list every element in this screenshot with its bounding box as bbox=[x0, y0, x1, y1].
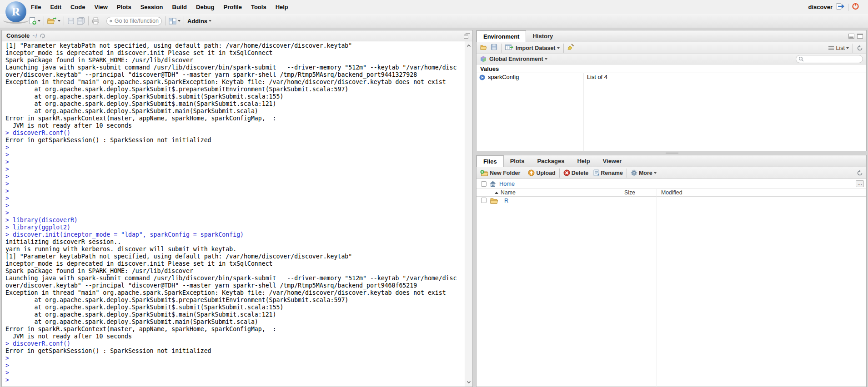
object-name: sparkConfig bbox=[488, 74, 519, 80]
column-header-name[interactable]: Name bbox=[501, 189, 516, 196]
session-cluster: discover bbox=[808, 0, 859, 14]
environment-scope-dropdown[interactable]: Global Environment bbox=[489, 56, 547, 62]
console-line: Spark package found in SPARK_HOME: /usr/… bbox=[5, 57, 464, 64]
new-file-caret bbox=[38, 20, 40, 22]
maximize-pane-icon[interactable] bbox=[857, 34, 863, 39]
console-tab-label[interactable]: Console bbox=[6, 32, 30, 39]
menu-view[interactable]: View bbox=[90, 4, 112, 10]
delete-button[interactable]: Delete bbox=[563, 169, 589, 176]
import-dataset-button[interactable]: Import Dataset bbox=[516, 45, 560, 51]
new-file-button[interactable] bbox=[29, 17, 40, 25]
session-user-label: discover bbox=[808, 4, 833, 10]
console-line: > discoverR.conf() bbox=[5, 340, 464, 347]
upload-button[interactable]: Upload bbox=[528, 169, 555, 176]
console-line: JVM is not ready after 10 seconds bbox=[5, 122, 464, 129]
list-view-button[interactable]: List bbox=[836, 45, 849, 51]
environment-tab-environment[interactable]: Environment bbox=[477, 30, 526, 42]
upload-icon bbox=[528, 169, 535, 176]
addins-button[interactable]: Addins bbox=[187, 18, 211, 25]
menu-edit[interactable]: Edit bbox=[45, 4, 66, 10]
console-line: Exception in thread "main" org.apache.sp… bbox=[5, 79, 464, 86]
pane-resize-grip[interactable] bbox=[666, 152, 678, 154]
panes-layout-button[interactable] bbox=[169, 18, 181, 25]
breadcrumb-more-button[interactable]: … bbox=[856, 180, 864, 187]
clear-workspace-icon[interactable] bbox=[567, 44, 574, 52]
environment-object-row[interactable]: sparkConfig List of 4 bbox=[477, 73, 866, 81]
file-name-link[interactable]: R bbox=[504, 197, 508, 204]
console-line: Error in sparkR.sparkContext(master, app… bbox=[5, 326, 464, 333]
column-header-modified[interactable]: Modified bbox=[661, 189, 682, 196]
more-button[interactable]: More bbox=[631, 169, 657, 176]
console-scrollbar[interactable] bbox=[465, 41, 472, 387]
console-line: [1] "Parameter keytabPath not specified,… bbox=[5, 253, 464, 260]
new-folder-icon bbox=[480, 170, 488, 176]
console-line: > library(ggplot2) bbox=[5, 224, 464, 231]
print-button[interactable] bbox=[92, 17, 100, 25]
quit-session-icon[interactable] bbox=[852, 2, 859, 12]
files-tab-plots[interactable]: Plots bbox=[504, 155, 531, 167]
gear-icon bbox=[631, 169, 637, 176]
environment-section-header: Values bbox=[477, 64, 866, 73]
file-checkbox[interactable] bbox=[481, 198, 487, 203]
files-tab-files[interactable]: Files bbox=[477, 155, 504, 167]
environment-search-input[interactable] bbox=[796, 55, 863, 63]
console-line: at org.apache.spark.deploy.SparkSubmit$.… bbox=[5, 297, 464, 304]
files-tab-help[interactable]: Help bbox=[571, 155, 596, 167]
save-workspace-icon[interactable] bbox=[491, 44, 497, 52]
files-tab-viewer[interactable]: Viewer bbox=[597, 155, 628, 167]
console-line: > bbox=[5, 355, 464, 362]
search-icon bbox=[798, 56, 804, 62]
load-workspace-icon[interactable] bbox=[480, 44, 488, 52]
menu-session[interactable]: Session bbox=[136, 4, 168, 10]
menu-profile[interactable]: Profile bbox=[219, 4, 246, 10]
refresh-files-icon[interactable] bbox=[857, 170, 863, 178]
menu-debug[interactable]: Debug bbox=[191, 4, 219, 10]
console-line: at org.apache.spark.deploy.SparkSubmit.m… bbox=[5, 108, 464, 115]
files-tab-packages[interactable]: Packages bbox=[531, 155, 571, 167]
rename-button[interactable]: Rename bbox=[593, 169, 623, 176]
console-line: Exception in thread "main" org.apache.sp… bbox=[5, 289, 464, 297]
console-line: > bbox=[5, 159, 464, 166]
save-button[interactable] bbox=[67, 17, 75, 25]
console-line: JVM is not ready after 10 seconds bbox=[5, 333, 464, 340]
open-file-button[interactable] bbox=[47, 17, 60, 25]
refresh-environment-icon[interactable] bbox=[857, 45, 863, 51]
files-breadcrumb: Home … bbox=[477, 179, 866, 189]
goto-file-input[interactable]: Go to file/function bbox=[106, 17, 162, 25]
breadcrumb-home-link[interactable]: Home bbox=[499, 180, 515, 187]
environment-scope-row: Global Environment bbox=[477, 54, 866, 64]
menu-code[interactable]: Code bbox=[66, 4, 90, 10]
text-cursor bbox=[13, 377, 14, 383]
select-all-checkbox[interactable] bbox=[481, 181, 487, 187]
column-header-size[interactable]: Size bbox=[624, 189, 635, 196]
console-line: at org.apache.spark.deploy.SparkSubmit$.… bbox=[5, 311, 464, 318]
menu-tools[interactable]: Tools bbox=[246, 4, 271, 10]
column-divider bbox=[620, 189, 620, 387]
console-maximize-icon[interactable] bbox=[464, 33, 470, 41]
menu-file[interactable]: File bbox=[26, 4, 45, 10]
menu-build[interactable]: Build bbox=[168, 4, 192, 10]
import-dataset-caret bbox=[557, 47, 560, 49]
files-toolbar: New Folder Upload Delete Rename More bbox=[477, 167, 866, 179]
open-file-caret bbox=[58, 20, 60, 22]
goto-working-dir-icon[interactable] bbox=[40, 33, 46, 39]
minimize-pane-icon[interactable] bbox=[848, 34, 854, 39]
files-table-header: Name Size Modified bbox=[477, 189, 866, 197]
home-icon bbox=[490, 181, 496, 187]
new-folder-button[interactable]: New Folder bbox=[480, 170, 520, 176]
console-line: yarn is running with kerberos. discover … bbox=[5, 246, 464, 253]
rstudio-logo: R bbox=[5, 1, 27, 25]
console-working-dir: ~/ bbox=[32, 33, 37, 39]
sort-ascending-icon[interactable] bbox=[495, 192, 498, 194]
menu-plots[interactable]: Plots bbox=[112, 4, 136, 10]
console-line: > bbox=[5, 166, 464, 173]
environment-tab-history[interactable]: History bbox=[526, 30, 559, 42]
menu-help[interactable]: Help bbox=[271, 4, 293, 10]
console-line: > bbox=[5, 188, 464, 195]
console-output[interactable]: [1] "Parameter keytabPath not specified,… bbox=[5, 42, 464, 387]
save-all-button[interactable] bbox=[76, 17, 85, 25]
console-line: Error in getSparkSession() : SparkSessio… bbox=[5, 347, 464, 355]
file-row[interactable]: R bbox=[477, 197, 866, 205]
sign-out-icon[interactable] bbox=[836, 3, 845, 12]
console-line: at org.apache.spark.deploy.SparkSubmit$.… bbox=[5, 93, 464, 100]
